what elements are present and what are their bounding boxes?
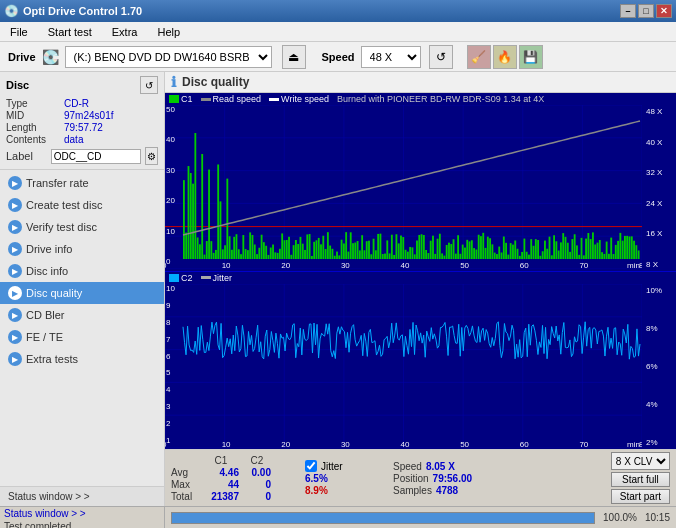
legend-c1: C1 — [169, 94, 193, 104]
speed-mode-select[interactable]: 8 X CLV — [611, 452, 670, 470]
progress-bar-outer — [171, 512, 595, 524]
dq-icon: ℹ — [171, 74, 176, 90]
max-label: Max — [171, 479, 199, 490]
speed-stat-label: Speed — [393, 461, 422, 472]
samples-value: 4788 — [436, 485, 458, 496]
jitter-header: Jitter — [321, 461, 343, 472]
progress-section: 100.0% 10:15 — [165, 507, 676, 528]
nav-icon-extra-tests: ▶ — [8, 352, 22, 366]
nav-fe-te[interactable]: ▶ FE / TE — [0, 326, 164, 348]
dq-header: ℹ Disc quality — [165, 72, 676, 93]
sidebar: Disc ↺ Type CD-R MID 97m24s01f Length 79… — [0, 72, 165, 506]
nav-label-drive-info: Drive info — [26, 243, 72, 255]
max-c2: 0 — [243, 479, 271, 490]
nav-transfer-rate[interactable]: ▶ Transfer rate — [0, 172, 164, 194]
col-header-c2: C2 — [243, 455, 271, 466]
col-header-c1: C1 — [203, 455, 239, 466]
avg-label: Avg — [171, 467, 199, 478]
menu-help[interactable]: Help — [151, 24, 186, 40]
max-c1: 44 — [203, 479, 239, 490]
progress-time: 10:15 — [645, 512, 670, 523]
app-icon: 💿 — [4, 4, 19, 18]
disc-label-button[interactable]: ⚙ — [145, 147, 158, 165]
nav-icon-transfer-rate: ▶ — [8, 176, 22, 190]
disc-refresh-button[interactable]: ↺ — [140, 76, 158, 94]
type-value: CD-R — [64, 98, 89, 109]
nav-icon-disc-quality: ▶ — [8, 286, 22, 300]
total-c2: 0 — [243, 491, 271, 502]
progress-bar-inner — [172, 513, 594, 523]
maximize-button[interactable]: □ — [638, 4, 654, 18]
nav-icon-fe-te: ▶ — [8, 330, 22, 344]
y-axis-right-top: 48 X40 X32 X24 X16 X8 X — [644, 105, 676, 271]
length-value: 79:57.72 — [64, 122, 103, 133]
samples-label: Samples — [393, 485, 432, 496]
drive-bar: Drive 💽 (K:) BENQ DVD DD DW1640 BSRB ⏏ S… — [0, 42, 676, 72]
save-button[interactable]: 💾 — [519, 45, 543, 69]
nav-label-fe-te: FE / TE — [26, 331, 63, 343]
nav-items: ▶ Transfer rate ▶ Create test disc ▶ Ver… — [0, 170, 164, 486]
nav-icon-disc-info: ▶ — [8, 264, 22, 278]
nav-icon-cd-bler: ▶ — [8, 308, 22, 322]
eject-button[interactable]: ⏏ — [282, 45, 306, 69]
disc-title: Disc — [6, 79, 29, 91]
legend-burned-with: Burned with PIONEER BD-RW BDR-S09 1.34 a… — [337, 94, 544, 104]
nav-verify-test-disc[interactable]: ▶ Verify test disc — [0, 216, 164, 238]
mid-label: MID — [6, 110, 64, 121]
position-value: 79:56.00 — [433, 473, 472, 484]
nav-icon-verify-test-disc: ▶ — [8, 220, 22, 234]
drive-select[interactable]: (K:) BENQ DVD DD DW1640 BSRB — [65, 46, 272, 68]
c1-chart — [165, 105, 642, 269]
nav-extra-tests[interactable]: ▶ Extra tests — [0, 348, 164, 370]
menu-extra[interactable]: Extra — [106, 24, 144, 40]
nav-label-cd-bler: CD Bler — [26, 309, 65, 321]
nav-label-disc-quality: Disc quality — [26, 287, 82, 299]
menu-start-test[interactable]: Start test — [42, 24, 98, 40]
status-window-label: Status window > > — [8, 491, 90, 502]
status-window-button[interactable]: Status window > > — [0, 486, 164, 506]
disc-label-input[interactable] — [51, 149, 141, 164]
drive-label: Drive — [8, 51, 36, 63]
max-jitter: 8.9% — [305, 485, 375, 496]
nav-disc-info[interactable]: ▶ Disc info — [0, 260, 164, 282]
jitter-checkbox[interactable] — [305, 460, 317, 472]
avg-c2: 0.00 — [243, 467, 271, 478]
burn-button[interactable]: 🔥 — [493, 45, 517, 69]
length-label: Length — [6, 122, 64, 133]
nav-create-test-disc[interactable]: ▶ Create test disc — [0, 194, 164, 216]
progress-percent: 100.0% — [603, 512, 637, 523]
avg-c1: 4.46 — [203, 467, 239, 478]
nav-drive-info[interactable]: ▶ Drive info — [0, 238, 164, 260]
disc-label-label: Label — [6, 150, 47, 162]
start-full-button[interactable]: Start full — [611, 472, 670, 487]
dq-title: Disc quality — [182, 75, 249, 89]
minimize-button[interactable]: – — [620, 4, 636, 18]
contents-value: data — [64, 134, 83, 145]
legend-c2: C2 — [169, 273, 193, 283]
disc-clean-button[interactable]: 🧹 — [467, 45, 491, 69]
menu-file[interactable]: File — [4, 24, 34, 40]
bottom-bar: Status window > > Test completed 100.0% … — [0, 506, 676, 528]
status-window-bottom-button[interactable]: Status window > > — [0, 507, 164, 520]
nav-cd-bler[interactable]: ▶ CD Bler — [0, 304, 164, 326]
total-label: Total — [171, 491, 199, 502]
nav-label-transfer-rate: Transfer rate — [26, 177, 89, 189]
refresh-button[interactable]: ↺ — [429, 45, 453, 69]
start-part-button[interactable]: Start part — [611, 489, 670, 504]
speed-stat-value: 8.05 X — [426, 461, 455, 472]
c2-jitter-chart — [165, 284, 642, 448]
position-label: Position — [393, 473, 429, 484]
main-panel: ℹ Disc quality C1 Read speed — [165, 72, 676, 506]
speed-select[interactable]: 48 X — [361, 46, 421, 68]
nav-disc-quality[interactable]: ▶ Disc quality — [0, 282, 164, 304]
status-section: Status window > > Test completed — [0, 507, 165, 528]
speed-label: Speed — [322, 51, 355, 63]
y-axis-right-bottom: 10%8%6%4%2% — [644, 284, 676, 450]
avg-jitter: 6.5% — [305, 473, 375, 484]
app-title: Opti Drive Control 1.70 — [23, 5, 142, 17]
nav-label-extra-tests: Extra tests — [26, 353, 78, 365]
total-c1: 21387 — [203, 491, 239, 502]
close-button[interactable]: ✕ — [656, 4, 672, 18]
drive-icon: 💽 — [42, 49, 59, 65]
disc-section: Disc ↺ Type CD-R MID 97m24s01f Length 79… — [0, 72, 164, 170]
